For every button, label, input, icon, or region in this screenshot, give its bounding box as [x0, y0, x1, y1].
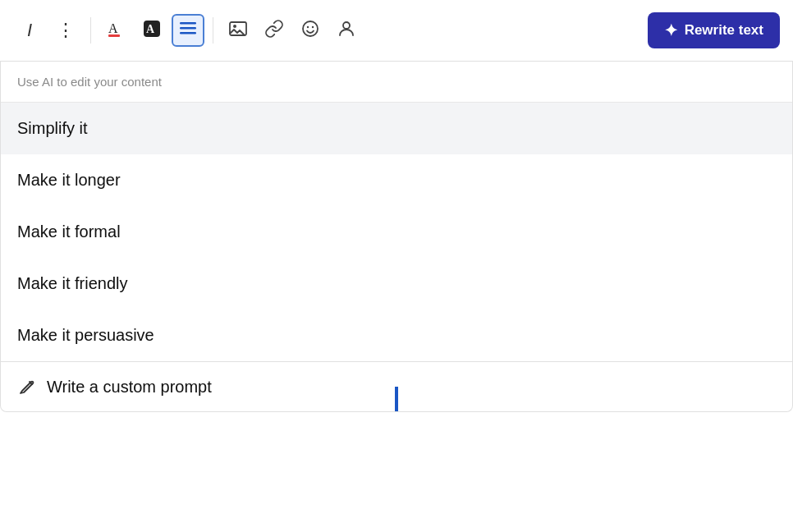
emoji-button[interactable]: [294, 14, 327, 47]
simplify-label: Simplify it: [17, 119, 88, 138]
person-icon: [337, 19, 356, 43]
svg-text:A: A: [146, 23, 155, 35]
persuasive-label: Make it persuasive: [17, 326, 154, 345]
sparkle-icon: ✦: [664, 21, 678, 40]
formal-option[interactable]: Make it formal: [1, 206, 792, 258]
svg-point-8: [233, 25, 236, 28]
toolbar: I ⋮ A A: [0, 0, 793, 62]
svg-point-10: [307, 25, 309, 27]
person-button[interactable]: [330, 14, 363, 47]
friendly-option[interactable]: Make it friendly: [1, 258, 792, 310]
svg-point-12: [343, 22, 350, 29]
rewrite-label: Rewrite text: [685, 22, 763, 39]
svg-rect-4: [180, 22, 196, 25]
link-button[interactable]: [258, 14, 291, 47]
custom-prompt-label: Write a custom prompt: [47, 378, 212, 397]
text-color-button[interactable]: A: [99, 14, 132, 47]
italic-button[interactable]: I: [13, 14, 46, 47]
svg-rect-6: [180, 32, 196, 34]
svg-point-11: [312, 25, 314, 27]
separator-2: [213, 17, 213, 44]
svg-rect-5: [180, 27, 196, 30]
link-icon: [264, 19, 284, 43]
more-icon: ⋮: [57, 20, 75, 41]
text-color-icon: A: [107, 20, 125, 42]
align-icon: [179, 20, 197, 42]
persuasive-option[interactable]: Make it persuasive: [1, 310, 792, 361]
emoji-icon: [300, 19, 320, 43]
longer-label: Make it longer: [17, 171, 121, 190]
dropdown-label: Use AI to edit your content: [1, 62, 792, 103]
svg-point-9: [303, 21, 318, 36]
simplify-option[interactable]: Simplify it: [1, 103, 792, 154]
formal-label: Make it formal: [17, 222, 121, 241]
svg-rect-1: [108, 34, 120, 37]
image-icon: [228, 19, 248, 43]
svg-text:A: A: [108, 21, 118, 35]
text-highlight-icon: A: [142, 19, 162, 43]
ai-dropdown: Use AI to edit your content Simplify it …: [0, 62, 793, 412]
blue-bar: [395, 387, 398, 411]
more-button[interactable]: ⋮: [49, 14, 82, 47]
separator-1: [90, 17, 91, 44]
pencil-icon: [17, 377, 37, 397]
rewrite-button[interactable]: ✦ Rewrite text: [648, 12, 780, 48]
longer-option[interactable]: Make it longer: [1, 154, 792, 206]
align-button[interactable]: [172, 14, 204, 47]
text-highlight-button[interactable]: A: [135, 14, 168, 47]
italic-icon: I: [27, 20, 32, 41]
svg-rect-7: [230, 22, 246, 35]
friendly-label: Make it friendly: [17, 274, 128, 293]
image-button[interactable]: [222, 14, 254, 47]
